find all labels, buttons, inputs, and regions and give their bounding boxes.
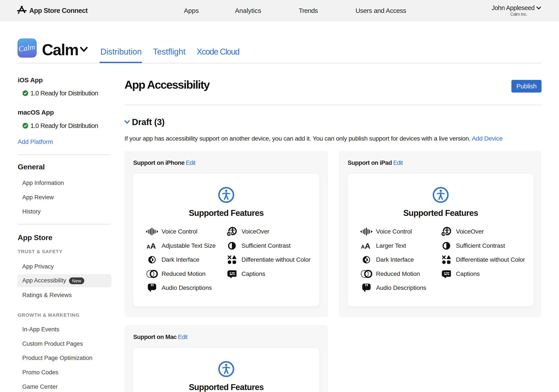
svg-text:A: A xyxy=(147,244,150,249)
svg-text:”: ” xyxy=(365,283,368,291)
svg-text:A: A xyxy=(150,241,156,250)
svg-text:Calm: Calm xyxy=(18,43,36,53)
svg-text:”: ” xyxy=(150,283,154,291)
svg-text:A: A xyxy=(361,244,365,249)
svg-text:A: A xyxy=(365,241,370,250)
